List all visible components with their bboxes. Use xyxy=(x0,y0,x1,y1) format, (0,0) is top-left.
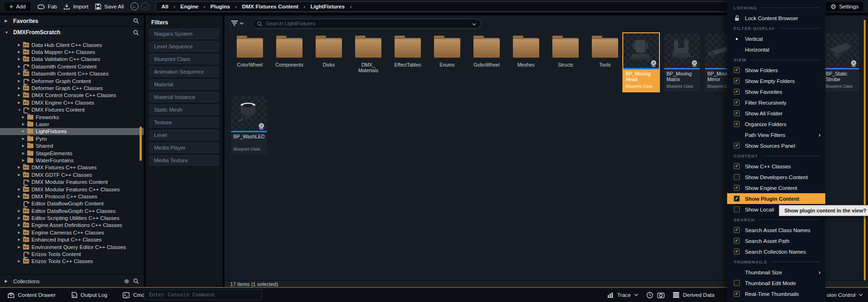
expand-arrow-icon[interactable]: ▶ xyxy=(18,188,23,191)
project-root-header[interactable]: ▼ DMXFromScratch xyxy=(0,27,144,38)
tree-item[interactable]: ▶WaterFountains xyxy=(0,157,144,164)
folder-tile[interactable]: Meshes xyxy=(507,33,545,73)
menu-item[interactable]: ✓Search Collection Names xyxy=(727,246,825,257)
content-scrollbar[interactable] xyxy=(864,20,866,280)
expand-arrow-icon[interactable]: ▶ xyxy=(18,238,23,242)
tree-item[interactable]: ▶Deformer Graph Content xyxy=(0,77,144,84)
breadcrumb-item[interactable]: All xyxy=(162,4,169,9)
insights-button[interactable] xyxy=(646,288,653,302)
folder-tile[interactable]: DMX_ Materials xyxy=(349,33,387,73)
collapse-arrow-icon[interactable]: ▼ xyxy=(5,30,9,35)
expand-arrow-icon[interactable]: ▶ xyxy=(18,259,23,263)
tree-item[interactable]: ▶Engine Asset Definitions C++ Classes xyxy=(0,222,144,229)
import-button[interactable]: Import xyxy=(63,3,88,10)
tree-item[interactable]: Editor DataflowGraph Content xyxy=(0,200,144,207)
menu-item[interactable]: ✓Show All Folder xyxy=(727,108,825,119)
folder-tile[interactable]: Structs xyxy=(547,33,584,73)
expand-arrow-icon[interactable]: ▶ xyxy=(18,209,23,213)
filter-pill[interactable]: Material Instance xyxy=(149,92,219,102)
filter-pill[interactable]: Static Mesh xyxy=(149,105,219,115)
checkbox[interactable]: ✓ xyxy=(734,185,740,191)
checkbox[interactable]: ✓ xyxy=(734,249,740,255)
menu-item[interactable]: Thumbnail Size› xyxy=(727,267,825,278)
filter-pill[interactable]: Media Player xyxy=(149,143,219,153)
folder-tile[interactable]: Disks xyxy=(310,33,348,73)
output-log-button[interactable]: Output Log xyxy=(64,288,115,302)
checkbox[interactable]: ✓ xyxy=(734,163,740,169)
expand-arrow-icon[interactable]: ▶ xyxy=(18,173,23,177)
radio-dot[interactable] xyxy=(734,46,740,53)
folder-tile[interactable]: ColorWheel xyxy=(231,33,269,73)
filter-pill[interactable]: Animation Sequence xyxy=(149,67,219,77)
search-icon[interactable] xyxy=(133,30,139,36)
tree-item[interactable]: ▶DMX Protocol C++ Classes xyxy=(0,193,144,200)
checkbox[interactable]: ✓ xyxy=(734,121,740,127)
asset-tile[interactable]: BP_WashLEDBlueprint Class xyxy=(231,96,267,154)
menu-item[interactable]: Lock Content Browser xyxy=(727,13,825,23)
tree-item[interactable]: ▶Data Hub Client C++ Classes xyxy=(0,41,144,48)
menu-item[interactable]: ✓Show Engine Content xyxy=(727,182,825,193)
menu-item[interactable]: ✓Organize Folders xyxy=(727,119,825,129)
checkbox[interactable]: ✓ xyxy=(734,78,740,84)
favorites-section-header[interactable]: ▶ Favorites xyxy=(0,15,144,27)
add-collection-icon[interactable]: ⊕ xyxy=(124,278,129,285)
tree-item[interactable]: Erizos Tools Content xyxy=(0,250,144,257)
menu-item[interactable]: ✓Show C++ Classes xyxy=(727,161,825,172)
expand-arrow-icon[interactable]: ▶ xyxy=(18,223,23,227)
tree-item[interactable]: ▶DMX Modular Features C++ Classes xyxy=(0,186,144,193)
chevron-down-icon[interactable] xyxy=(472,23,476,26)
menu-item[interactable]: ✓Show Empty Folders xyxy=(727,76,825,86)
tree-item[interactable]: ▶Environment Query Editor C++ Classes xyxy=(0,243,144,250)
breadcrumb-item[interactable]: Plugins xyxy=(210,4,230,9)
save-all-button[interactable]: Save All xyxy=(95,3,124,10)
tree-item[interactable]: ▶Deformer Graph C++ Classes xyxy=(0,84,144,91)
tree-item[interactable]: ▶LightFixtures xyxy=(0,128,144,135)
filter-pill[interactable]: Level xyxy=(149,130,219,140)
expand-arrow-icon[interactable]: ▶ xyxy=(5,19,9,23)
trace-button[interactable]: Trace xyxy=(607,288,638,302)
filter-options-button[interactable] xyxy=(231,21,244,26)
tree-item[interactable]: ▶Engine Cameras C++ Classes xyxy=(0,229,144,236)
checkbox[interactable]: ✓ xyxy=(734,291,740,297)
tree-item[interactable]: ▶Laser xyxy=(0,121,144,128)
tree-item[interactable]: ▶Erizos Tools C++ Classes xyxy=(0,258,144,265)
menu-item[interactable]: ✓Filter Recursively xyxy=(727,97,825,108)
menu-item[interactable]: ✓Real-Time Thumbnails xyxy=(727,288,825,299)
expand-arrow-icon[interactable]: ▶ xyxy=(22,115,27,119)
checkbox[interactable]: ✓ xyxy=(734,143,740,149)
revision-control-button[interactable]: sion Control xyxy=(827,288,863,302)
tree-item[interactable]: ▶Data Validation C++ Classes xyxy=(0,56,144,63)
collections-section-header[interactable]: ▶ Collections ⊕ xyxy=(0,274,144,287)
tree-item[interactable]: ▶Editor Scripting Utilities C++ Classes xyxy=(0,214,144,221)
tree-item[interactable]: ▶DMX GDTF C++ Classes xyxy=(0,171,144,178)
tree-item[interactable]: DMX Modular Features Content xyxy=(0,178,144,185)
asset-tile[interactable]: BP_Moving HeadBlueprint Class xyxy=(623,33,659,91)
expand-arrow-icon[interactable]: ▶ xyxy=(18,43,23,47)
filter-pill[interactable]: Blueprint Class xyxy=(149,54,219,64)
expand-arrow-icon[interactable]: ▶ xyxy=(22,129,27,133)
folder-tile[interactable]: GoboWheel xyxy=(468,33,505,73)
menu-item[interactable]: Show Developers Content xyxy=(727,172,825,182)
menu-item[interactable]: ●Vertical xyxy=(727,33,825,44)
asset-tile[interactable]: BP_Static StrobeBlueprint Class xyxy=(823,33,859,91)
breadcrumb-item[interactable]: LightFixtures xyxy=(310,4,345,9)
tree-item[interactable]: ▶Shared xyxy=(0,142,144,149)
folder-tile[interactable]: Tools xyxy=(586,33,624,73)
back-button[interactable]: ← xyxy=(131,2,139,10)
menu-item[interactable]: ✓Search Asset Class Names xyxy=(727,225,825,235)
checkbox[interactable]: ✓ xyxy=(734,196,740,202)
forward-button[interactable]: → xyxy=(141,2,149,10)
search-icon[interactable] xyxy=(133,18,139,24)
folder-tile[interactable]: EffectTables xyxy=(389,33,426,73)
tree-item[interactable]: ▶Editor DataflowGraph C++ Classes xyxy=(0,207,144,214)
expand-arrow-icon[interactable]: ▶ xyxy=(18,50,23,54)
checkbox[interactable] xyxy=(734,280,740,286)
tree-item[interactable]: ▶Datasmith Content Content xyxy=(0,63,144,70)
expand-arrow-icon[interactable]: ▶ xyxy=(18,231,23,234)
expand-arrow-icon[interactable]: ▶ xyxy=(22,137,27,141)
tree-item[interactable]: ▶DMX Control Console C++ Classes xyxy=(0,92,144,99)
checkbox[interactable]: ✓ xyxy=(734,89,740,95)
menu-item[interactable]: Path View Filters› xyxy=(727,129,825,140)
expand-arrow-icon[interactable]: ▶ xyxy=(18,57,23,61)
filter-pill[interactable]: Texture xyxy=(149,117,219,128)
